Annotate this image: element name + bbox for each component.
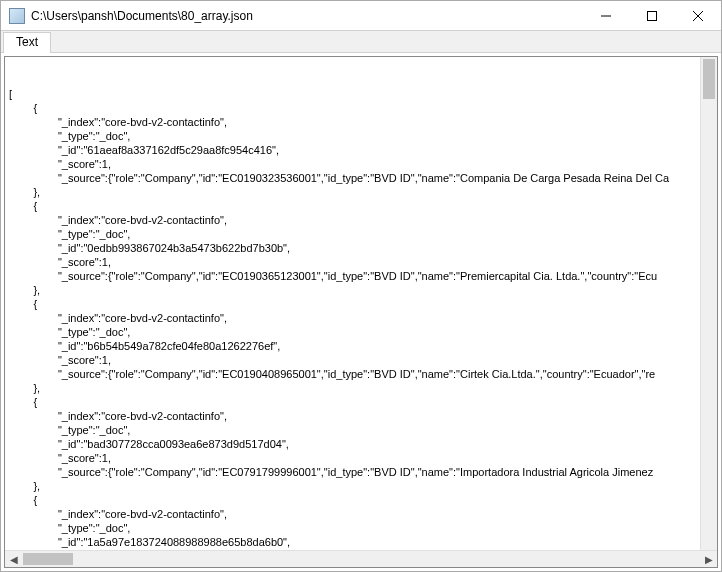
app-icon [9,8,25,24]
close-icon [693,11,703,21]
minimize-button[interactable] [583,1,629,30]
maximize-button[interactable] [629,1,675,30]
svg-rect-1 [648,11,657,20]
app-window: C:\Users\pansh\Documents\80_array.json T… [0,0,722,572]
window-controls [583,1,721,30]
titlebar[interactable]: C:\Users\pansh\Documents\80_array.json [1,1,721,31]
scroll-left-arrow-icon[interactable]: ◀ [5,551,22,567]
text-view[interactable]: [ { "_index":"core-bvd-v2-contactinfo", … [5,57,717,550]
content-frame: [ { "_index":"core-bvd-v2-contactinfo", … [1,53,721,571]
maximize-icon [647,11,657,21]
close-button[interactable] [675,1,721,30]
json-content[interactable]: [ { "_index":"core-bvd-v2-contactinfo", … [9,87,713,550]
tab-strip: Text [1,31,721,53]
tab-label: Text [16,35,38,49]
window-title: C:\Users\pansh\Documents\80_array.json [31,9,583,23]
vertical-scroll-thumb[interactable] [703,59,715,99]
tab-text[interactable]: Text [3,32,51,53]
content-border: [ { "_index":"core-bvd-v2-contactinfo", … [4,56,718,568]
vertical-scrollbar[interactable] [700,57,717,550]
scroll-right-arrow-icon[interactable]: ▶ [700,551,717,567]
minimize-icon [601,11,611,21]
horizontal-scroll-thumb[interactable] [23,553,73,565]
horizontal-scrollbar[interactable]: ◀ ▶ [5,550,717,567]
